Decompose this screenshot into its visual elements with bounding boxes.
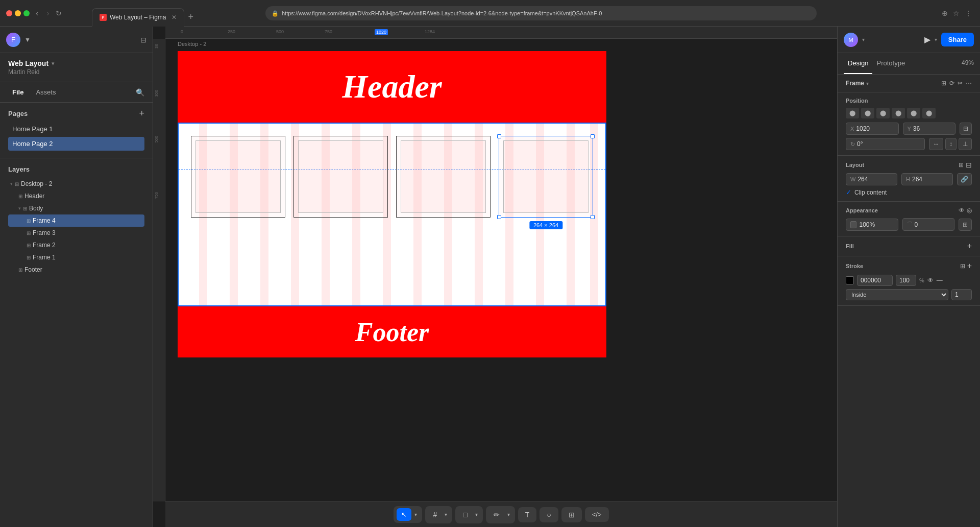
layout-expand-icon[interactable]: ⊞ xyxy=(959,161,964,169)
grid-frame-3[interactable] xyxy=(396,136,491,218)
opacity-input[interactable] xyxy=(860,221,894,228)
design-tab[interactable]: Design xyxy=(844,53,872,74)
h-input[interactable] xyxy=(912,176,948,183)
frame-dropdown[interactable]: ▾ xyxy=(443,510,449,519)
pen-tool[interactable]: ✏ xyxy=(489,508,504,521)
layer-footer[interactable]: ⊞ Footer xyxy=(8,264,144,276)
align-right[interactable]: ⬤ xyxy=(876,108,890,118)
page-item-2[interactable]: Home Page 2 xyxy=(8,137,144,151)
frame-more-icon[interactable]: ⋯ xyxy=(966,80,972,87)
nav-back[interactable]: ‹ xyxy=(34,8,40,19)
shape-dropdown[interactable]: ▾ xyxy=(473,510,480,519)
rect-tool[interactable]: □ xyxy=(458,508,472,521)
y-input[interactable] xyxy=(913,125,951,132)
layer-desktop-2[interactable]: ▾ ⊞ Desktop - 2 xyxy=(8,178,144,190)
align-bottom[interactable]: ⬤ xyxy=(922,108,936,118)
prototype-tab[interactable]: Prototype xyxy=(872,53,909,74)
btn-minimize[interactable] xyxy=(15,10,21,16)
stroke-delete-icon[interactable]: — xyxy=(937,277,943,284)
check-icon: ✓ xyxy=(846,188,851,196)
align-center-h[interactable]: ⬤ xyxy=(861,108,874,118)
canvas-area[interactable]: 0 250 500 750 1020 1284 36 300 500 750 D… xyxy=(153,27,837,527)
layer-body[interactable]: ▾ ⊞ Body xyxy=(8,202,144,214)
layout-add-icon[interactable]: ⊟ xyxy=(966,161,972,169)
project-info: Web Layout ▾ Martin Reid xyxy=(0,53,153,82)
toggle-sidebar-btn[interactable]: ⊟ xyxy=(140,36,146,44)
layer-frame-1[interactable]: ⊞ Frame 1 xyxy=(8,251,144,264)
stroke-swatch[interactable] xyxy=(846,276,854,284)
frame-tool-group: # ▾ xyxy=(425,506,452,523)
align-v-icon[interactable]: ⊥ xyxy=(959,138,972,150)
flip-v-icon[interactable]: ↕ xyxy=(945,138,957,150)
frame-label: Frame xyxy=(846,80,864,87)
layer-frame-2[interactable]: ⊞ Frame 2 xyxy=(8,239,144,251)
avatar-dropdown[interactable]: ▾ xyxy=(862,37,865,42)
ellipse-tool[interactable]: ○ xyxy=(540,507,558,522)
add-page-btn[interactable]: + xyxy=(139,109,144,118)
frame-clip-icon[interactable]: ✂ xyxy=(958,80,963,87)
btn-close[interactable] xyxy=(6,10,12,16)
code-tool[interactable]: </> xyxy=(585,507,609,522)
w-input[interactable] xyxy=(857,176,893,183)
align-center-v[interactable]: ⬤ xyxy=(907,108,920,118)
stroke-width-input[interactable] xyxy=(951,289,972,300)
design-body-section: 264 × 264 xyxy=(178,123,606,306)
stroke-grid-icon[interactable]: ⊞ xyxy=(960,261,965,271)
play-preview-btn[interactable]: ▶ xyxy=(924,35,930,44)
file-tab[interactable]: File xyxy=(8,86,28,98)
frame-tool[interactable]: # xyxy=(428,508,442,521)
pen-dropdown[interactable]: ▾ xyxy=(505,510,512,519)
frame-grid-icon[interactable]: ⊞ xyxy=(941,80,946,87)
rotation-input[interactable] xyxy=(857,140,920,148)
grid-frame-2[interactable] xyxy=(293,136,388,218)
play-dropdown[interactable]: ▾ xyxy=(935,37,937,42)
page-item-1[interactable]: Home Page 1 xyxy=(8,122,144,136)
constraint-icon[interactable]: ⊟ xyxy=(963,125,968,132)
assets-tab[interactable]: Assets xyxy=(32,86,60,98)
x-input[interactable] xyxy=(856,125,894,132)
appearance-section: Appearance 👁 ◎ ⌒ ⊞ xyxy=(838,202,980,236)
tab-close-btn[interactable]: ✕ xyxy=(172,14,177,21)
layer-frame-4[interactable]: ⊞ Frame 4 xyxy=(8,214,144,227)
text-tool[interactable]: T xyxy=(518,507,537,522)
main-menu-icon[interactable]: ▼ xyxy=(24,36,31,43)
browser-zoom-icon[interactable]: ⊕ xyxy=(942,9,948,17)
browser-star-icon[interactable]: ☆ xyxy=(953,9,960,17)
add-stroke-btn[interactable]: + xyxy=(967,261,972,271)
stroke-position-select[interactable]: Inside Center Outside xyxy=(846,289,948,300)
frame-auto-icon[interactable]: ⟳ xyxy=(949,80,954,87)
cursor-tool[interactable]: ↖ xyxy=(397,508,411,521)
cursor-dropdown[interactable]: ▾ xyxy=(412,510,419,519)
new-tab-btn[interactable]: + xyxy=(184,10,198,25)
corner-input[interactable] xyxy=(915,221,950,228)
add-fill-btn[interactable]: + xyxy=(967,242,972,251)
visibility-icon[interactable]: 👁 xyxy=(959,207,965,214)
project-title-row[interactable]: Web Layout ▾ xyxy=(8,59,144,67)
address-bar[interactable]: 🔒 https://www.figma.com/design/DVoxRHVNH… xyxy=(265,6,817,20)
browser-menu-icon[interactable]: ⋮ xyxy=(965,9,972,17)
nav-forward[interactable]: › xyxy=(44,8,51,19)
canvas-content[interactable]: Desktop - 2 Header xyxy=(165,39,837,501)
layer-frame-3[interactable]: ⊞ Frame 3 xyxy=(8,227,144,239)
stroke-visibility-icon[interactable]: 👁 xyxy=(927,277,934,284)
align-top[interactable]: ⬤ xyxy=(892,108,905,118)
grid-frame-1[interactable] xyxy=(191,136,285,218)
active-tab[interactable]: F Web Layout – Figma ✕ xyxy=(92,8,184,27)
expand-icon[interactable]: ⊞ xyxy=(959,219,972,231)
lock-ratio-icon[interactable]: 🔗 xyxy=(961,176,968,183)
flip-h-icon[interactable]: ↔ xyxy=(929,138,943,150)
layer-header[interactable]: ⊞ Header xyxy=(8,190,144,202)
stroke-color-input[interactable] xyxy=(857,275,893,286)
components-tool[interactable]: ⊞ xyxy=(561,507,582,522)
ruler-vertical: 36 300 500 750 xyxy=(153,39,165,501)
frame-section: Frame ▾ ⊞ ⟳ ✂ ⋯ xyxy=(838,75,980,92)
btn-maximize[interactable] xyxy=(23,10,30,16)
stroke-opacity-input[interactable] xyxy=(896,275,916,286)
grid-frame-4-selected[interactable]: 264 × 264 xyxy=(499,136,593,218)
align-left[interactable]: ⬤ xyxy=(846,108,859,118)
fill-type-icon[interactable]: ◎ xyxy=(967,207,972,214)
share-btn[interactable]: Share xyxy=(941,33,974,46)
handle-br xyxy=(591,215,595,219)
search-btn[interactable]: 🔍 xyxy=(136,88,144,97)
reload-btn[interactable]: ↻ xyxy=(56,9,62,17)
